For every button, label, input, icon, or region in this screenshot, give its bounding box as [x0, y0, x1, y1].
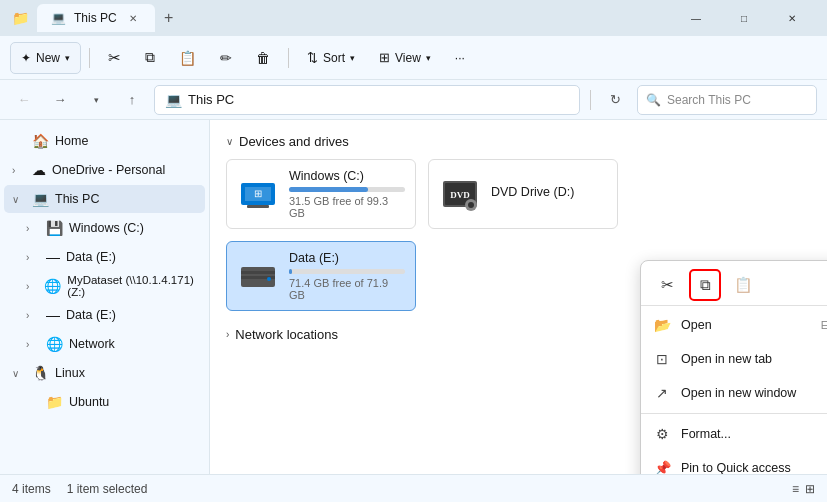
svg-text:DVD: DVD — [450, 190, 470, 200]
ctx-cut-button[interactable]: ✂ — [651, 269, 683, 301]
drive-icon-wrap: ⊞ — [237, 173, 279, 215]
open-tab-icon: ⊡ — [653, 351, 671, 367]
minimize-button[interactable]: — — [673, 0, 719, 36]
drive-size: 31.5 GB free of 99.3 GB — [289, 195, 405, 219]
tab-label: This PC — [74, 11, 117, 25]
ctx-separator-1 — [641, 413, 827, 414]
ctx-open-label: Open — [681, 318, 811, 332]
list-view-icon[interactable]: ≡ — [792, 482, 799, 496]
open-icon: 📂 — [653, 317, 671, 333]
drive-icon: — — [46, 307, 60, 323]
context-menu-top-icons: ✂ ⧉ 📋 — [641, 265, 827, 306]
sidebar-item-linux[interactable]: ∨ 🐧 Linux — [4, 359, 205, 387]
sidebar-item-data-e[interactable]: › — Data (E:) — [4, 243, 205, 271]
new-tab-button[interactable]: + — [155, 4, 183, 32]
sidebar-item-home[interactable]: 🏠 Home — [4, 127, 205, 155]
devices-section-title: Devices and drives — [239, 134, 349, 149]
expand-icon: ∨ — [12, 368, 26, 379]
sidebar-label: Windows (C:) — [69, 221, 144, 235]
drive-icon: — — [46, 249, 60, 265]
grid-view-icon[interactable]: ⊞ — [805, 482, 815, 496]
sidebar: 🏠 Home › ☁ OneDrive - Personal ∨ 💻 This … — [0, 120, 210, 474]
ctx-open-new-tab[interactable]: ⊡ Open in new tab — [641, 342, 827, 376]
close-tab-button[interactable]: ✕ — [125, 10, 141, 26]
history-button[interactable]: ▾ — [82, 86, 110, 114]
sidebar-item-data-e2[interactable]: › — Data (E:) — [4, 301, 205, 329]
sidebar-label: MyDataset (\\10.1.4.171) (Z:) — [67, 274, 197, 298]
drive-bar-fill — [289, 269, 292, 274]
view-button[interactable]: ⊞ View ▾ — [369, 42, 441, 74]
copy-icon: ⧉ — [145, 49, 155, 66]
drive-dvd-d[interactable]: DVD DVD Drive (D:) — [428, 159, 618, 229]
back-button[interactable]: ← — [10, 86, 38, 114]
ctx-open-window-label: Open in new window — [681, 386, 827, 400]
more-button[interactable]: ··· — [445, 42, 475, 74]
open-window-icon: ↗ — [653, 385, 671, 401]
window-controls: — □ ✕ — [673, 0, 815, 36]
expand-icon: › — [26, 223, 40, 234]
new-dropdown-icon: ▾ — [65, 53, 70, 63]
paste-button[interactable]: 📋 — [169, 42, 206, 74]
expand-icon: › — [26, 339, 40, 350]
item-count: 4 items — [12, 482, 51, 496]
tab-icon: 💻 — [51, 11, 66, 25]
devices-section-header: ∨ Devices and drives — [226, 134, 811, 149]
sidebar-label: Ubuntu — [69, 395, 109, 409]
refresh-button[interactable]: ↻ — [601, 86, 629, 114]
ctx-open[interactable]: 📂 Open Enter — [641, 308, 827, 342]
search-box[interactable]: 🔍 Search This PC — [637, 85, 817, 115]
sidebar-label: This PC — [55, 192, 99, 206]
copy-button[interactable]: ⧉ — [135, 42, 165, 74]
svg-rect-3 — [247, 205, 269, 208]
sidebar-item-windows-c[interactable]: › 💾 Windows (C:) — [4, 214, 205, 242]
sort-icon: ⇅ — [307, 50, 318, 65]
sidebar-item-thispc[interactable]: ∨ 💻 This PC — [4, 185, 205, 213]
up-button[interactable]: ↑ — [118, 86, 146, 114]
content-area: ∨ Devices and drives ⊞ Windows (C:) — [210, 120, 827, 474]
ctx-open-shortcut: Enter — [821, 319, 827, 331]
sidebar-item-mydataset[interactable]: › 🌐 MyDataset (\\10.1.4.171) (Z:) — [4, 272, 205, 300]
active-tab[interactable]: 💻 This PC ✕ — [37, 4, 155, 32]
sidebar-item-ubuntu[interactable]: 📁 Ubuntu — [4, 388, 205, 416]
maximize-button[interactable]: □ — [721, 0, 767, 36]
sort-dropdown-icon: ▾ — [350, 53, 355, 63]
drive-info: DVD Drive (D:) — [491, 185, 607, 203]
ctx-paste-button[interactable]: 📋 — [727, 269, 759, 301]
toolbar: ✦ New ▾ ✂ ⧉ 📋 ✏ 🗑 ⇅ Sort ▾ ⊞ View ▾ ··· — [0, 36, 827, 80]
status-bar: 4 items 1 item selected ≡ ⊞ — [0, 474, 827, 502]
main-layout: 🏠 Home › ☁ OneDrive - Personal ∨ 💻 This … — [0, 120, 827, 474]
ctx-format[interactable]: ⚙ Format... — [641, 417, 827, 451]
cut-button[interactable]: ✂ — [98, 42, 131, 74]
toolbar-separator — [89, 48, 90, 68]
expand-icon: › — [26, 252, 40, 263]
sidebar-item-network[interactable]: › 🌐 Network — [4, 330, 205, 358]
forward-button[interactable]: → — [46, 86, 74, 114]
ctx-copy-button[interactable]: ⧉ — [689, 269, 721, 301]
close-button[interactable]: ✕ — [769, 0, 815, 36]
expand-icon: › — [26, 281, 38, 292]
drive-windows-c[interactable]: ⊞ Windows (C:) 31.5 GB free of 99.3 GB — [226, 159, 416, 229]
sort-button[interactable]: ⇅ Sort ▾ — [297, 42, 365, 74]
selection-count: 1 item selected — [67, 482, 148, 496]
new-icon: ✦ — [21, 51, 31, 65]
ctx-open-new-window[interactable]: ↗ Open in new window — [641, 376, 827, 410]
sidebar-item-onedrive[interactable]: › ☁ OneDrive - Personal — [4, 156, 205, 184]
thispc-icon: 💻 — [32, 191, 49, 207]
network-section-title: Network locations — [235, 327, 338, 342]
path-text: This PC — [188, 92, 234, 107]
onedrive-icon: ☁ — [32, 162, 46, 178]
pin-quick-icon: 📌 — [653, 460, 671, 474]
drive-data-e[interactable]: Data (E:) 71.4 GB free of 71.9 GB — [226, 241, 416, 311]
rename-icon: ✏ — [220, 50, 232, 66]
rename-button[interactable]: ✏ — [210, 42, 242, 74]
drive-name: Data (E:) — [289, 251, 405, 265]
ctx-pin-quick[interactable]: 📌 Pin to Quick access — [641, 451, 827, 474]
ctx-format-label: Format... — [681, 427, 827, 441]
view-icon: ⊞ — [379, 50, 390, 65]
address-path[interactable]: 💻 This PC — [154, 85, 580, 115]
delete-button[interactable]: 🗑 — [246, 42, 280, 74]
new-button[interactable]: ✦ New ▾ — [10, 42, 81, 74]
svg-point-8 — [468, 202, 474, 208]
sidebar-label: Network — [69, 337, 115, 351]
context-menu: ✂ ⧉ 📋 📂 Open Enter ⊡ Open in new tab ↗ O… — [640, 260, 827, 474]
